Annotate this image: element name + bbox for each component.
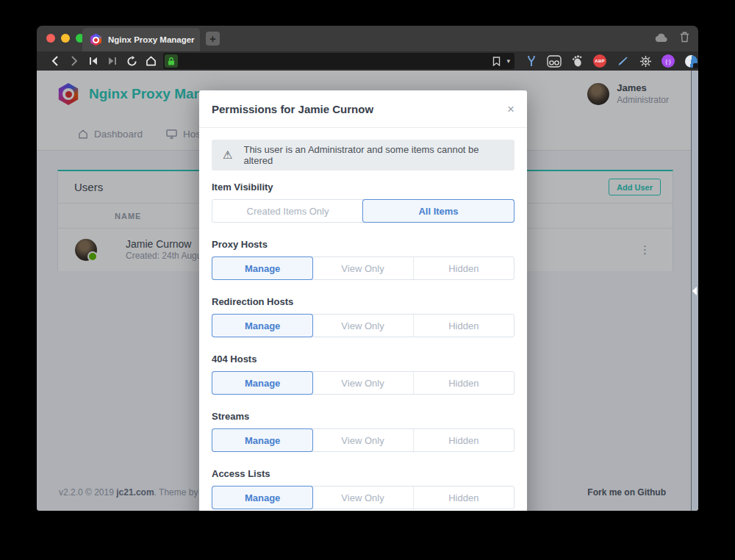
segmented-control-redirection-hosts: Manage View Only Hidden: [212, 314, 514, 337]
segmented-control-404-hosts: Manage View Only Hidden: [212, 371, 514, 395]
home-button[interactable]: [141, 53, 160, 69]
option-manage[interactable]: Manage: [212, 315, 312, 337]
section-streams: Streams Manage View Only Hidden: [212, 411, 514, 452]
option-view-only[interactable]: View Only: [312, 372, 412, 394]
tab-title: Nginx Proxy Manager: [108, 35, 195, 44]
option-manage[interactable]: Manage: [212, 487, 312, 509]
section-redirection-hosts: Redirection Hosts Manage View Only Hidde…: [212, 296, 514, 337]
modal-close-icon[interactable]: ×: [507, 103, 514, 115]
close-window-button[interactable]: [46, 34, 55, 43]
purple-extension-icon[interactable]: {·}: [661, 54, 675, 68]
forward-button[interactable]: [65, 53, 84, 69]
section-access-lists: Access Lists Manage View Only Hidden: [212, 468, 514, 509]
screenshot-stage: Nginx Proxy Manager +: [0, 0, 735, 560]
pen-extension-icon[interactable]: [615, 54, 630, 68]
cloud-sync-icon[interactable]: [655, 33, 668, 42]
section-label: Redirection Hosts: [212, 296, 514, 308]
option-manage[interactable]: Manage: [212, 429, 312, 451]
back-button[interactable]: [46, 53, 65, 69]
section-item-visibility: Item Visibility Created Items Only All I…: [212, 182, 514, 223]
fast-forward-button[interactable]: [103, 53, 122, 69]
option-view-only[interactable]: View Only: [312, 315, 412, 337]
option-created-items-only[interactable]: Created Items Only: [212, 200, 363, 222]
minimize-window-button[interactable]: [61, 34, 70, 43]
section-404-hosts: 404 Hosts Manage View Only Hidden: [212, 353, 514, 395]
segmented-control-item-visibility: Created Items Only All Items: [212, 199, 514, 223]
section-label: Streams: [212, 411, 514, 423]
option-hidden[interactable]: Hidden: [413, 372, 514, 394]
segmented-control-streams: Manage View Only Hidden: [212, 428, 514, 452]
rewind-button[interactable]: [84, 53, 103, 69]
new-tab-button[interactable]: +: [206, 32, 220, 46]
segmented-control-proxy-hosts: Manage View Only Hidden: [212, 256, 514, 280]
fork-extension-icon[interactable]: [524, 54, 539, 68]
warning-triangle-icon: ⚠: [223, 148, 232, 162]
gear-extension-icon[interactable]: [638, 54, 653, 68]
browser-tab-bar: Nginx Proxy Manager +: [37, 26, 698, 51]
option-manage[interactable]: Manage: [212, 257, 312, 279]
extension-icons-row: ABP {·}: [524, 54, 698, 68]
browser-tab-nginx-proxy-manager[interactable]: Nginx Proxy Manager: [82, 28, 200, 51]
ssl-lock-icon[interactable]: [165, 54, 178, 68]
gnome-foot-extension-icon[interactable]: [570, 54, 584, 68]
option-hidden[interactable]: Hidden: [413, 487, 514, 509]
panel-collapse-arrow-icon[interactable]: [692, 287, 697, 295]
favicon-nginx-proxy-manager: [90, 34, 102, 46]
option-view-only[interactable]: View Only: [312, 257, 412, 279]
option-hidden[interactable]: Hidden: [413, 315, 514, 337]
address-bar[interactable]: ▾: [163, 53, 514, 69]
section-label: 404 Hosts: [212, 353, 514, 365]
browser-toolbar: ▾ ABP: [37, 51, 698, 71]
browser-profile-icon[interactable]: [684, 54, 698, 68]
adblock-plus-extension-icon[interactable]: ABP: [592, 54, 607, 68]
section-label: Proxy Hosts: [212, 239, 514, 251]
trash-icon[interactable]: [680, 32, 689, 43]
bookmark-icon[interactable]: [492, 57, 501, 66]
web-page: Nginx Proxy Manager James Administrator …: [37, 71, 698, 511]
option-hidden[interactable]: Hidden: [413, 429, 514, 451]
modal-title: Permissions for Jamie Curnow: [212, 103, 373, 115]
browser-window: Nginx Proxy Manager +: [37, 26, 698, 511]
mask-extension-icon[interactable]: [547, 54, 562, 68]
section-label: Access Lists: [212, 468, 514, 480]
section-label: Item Visibility: [212, 182, 514, 193]
bookmark-dropdown-caret-icon[interactable]: ▾: [506, 57, 510, 65]
option-view-only[interactable]: View Only: [312, 487, 412, 509]
option-manage[interactable]: Manage: [212, 372, 312, 394]
alert-text: This user is an Administrator and some i…: [243, 144, 507, 166]
window-controls: [46, 34, 85, 43]
option-view-only[interactable]: View Only: [312, 429, 412, 451]
admin-warning-alert: ⚠ This user is an Administrator and some…: [212, 140, 514, 170]
side-panel-strip[interactable]: [691, 71, 698, 511]
reload-button[interactable]: [122, 53, 141, 69]
option-all-items[interactable]: All Items: [363, 200, 514, 222]
option-hidden[interactable]: Hidden: [413, 257, 514, 279]
segmented-control-access-lists: Manage View Only Hidden: [212, 486, 514, 509]
permissions-modal: Permissions for Jamie Curnow × ⚠ This us…: [199, 90, 527, 511]
section-proxy-hosts: Proxy Hosts Manage View Only Hidden: [212, 239, 514, 280]
